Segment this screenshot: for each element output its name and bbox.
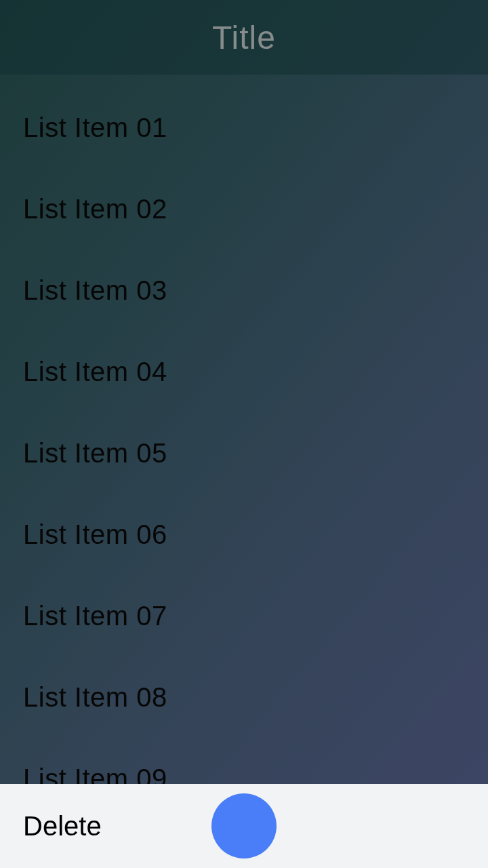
toolbar-center <box>211 793 277 859</box>
list-item-label: List Item 06 <box>23 519 167 550</box>
list-item-label: List Item 07 <box>23 601 167 631</box>
list-item[interactable]: List Item 06 <box>0 494 488 575</box>
list-item[interactable]: List Item 03 <box>0 250 488 331</box>
list-item[interactable]: List Item 04 <box>0 331 488 412</box>
list-item-label: List Item 02 <box>23 194 167 224</box>
list-item-label: List Item 05 <box>23 438 167 469</box>
floating-action-button[interactable] <box>211 793 277 859</box>
delete-button[interactable]: Delete <box>0 811 102 842</box>
list-item[interactable]: List Item 01 <box>0 87 488 168</box>
list-item[interactable]: List Item 02 <box>0 168 488 250</box>
list[interactable]: List Item 01 List Item 02 List Item 03 L… <box>0 75 488 819</box>
list-item-label: List Item 03 <box>23 275 167 306</box>
page-title: Title <box>212 19 276 56</box>
list-item[interactable]: List Item 05 <box>0 412 488 494</box>
list-item-label: List Item 01 <box>23 113 167 143</box>
header-bar: Title <box>0 0 488 75</box>
list-item-label: List Item 08 <box>23 682 167 713</box>
list-item[interactable]: List Item 08 <box>0 656 488 738</box>
toolbar: Delete <box>0 784 488 868</box>
list-item[interactable]: List Item 07 <box>0 575 488 656</box>
screen: Title List Item 01 List Item 02 List Ite… <box>0 0 488 868</box>
list-item-label: List Item 04 <box>23 357 167 387</box>
